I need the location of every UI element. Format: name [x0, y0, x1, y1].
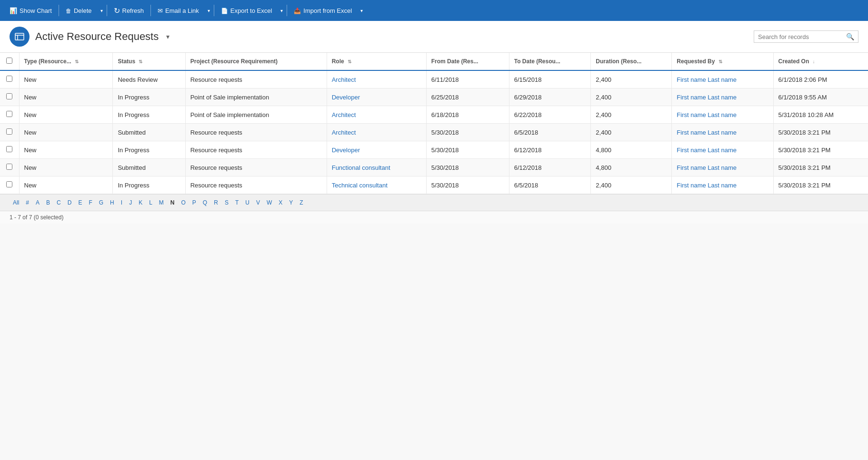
role-link[interactable]: Architect — [332, 111, 356, 118]
page-letter-w[interactable]: W — [263, 197, 275, 208]
page-letter-g[interactable]: G — [96, 197, 107, 208]
requested-by-link[interactable]: First name Last name — [677, 111, 737, 118]
table-body: New Needs Review Resource requests Archi… — [0, 70, 868, 194]
page-letter-#[interactable]: # — [22, 197, 32, 208]
title-chevron[interactable]: ▾ — [164, 31, 171, 42]
row-checkbox-cell — [0, 124, 19, 141]
email-link-label: Email a Link — [165, 7, 199, 14]
row-created-on: 6/1/2018 9:55 AM — [773, 88, 868, 106]
chevron-down-icon-2 — [208, 8, 210, 13]
refresh-button[interactable]: Refresh — [108, 0, 150, 21]
row-checkbox[interactable] — [6, 76, 12, 82]
page-letter-m[interactable]: M — [156, 197, 167, 208]
delete-chevron[interactable] — [98, 0, 106, 21]
row-project: Resource requests — [185, 70, 327, 88]
row-type: New — [19, 106, 113, 124]
page-letter-x[interactable]: X — [275, 197, 286, 208]
page-letter-p[interactable]: P — [189, 197, 200, 208]
col-header-to-date[interactable]: To Date (Resou... — [509, 53, 591, 70]
page-letter-z[interactable]: Z — [296, 197, 306, 208]
page-letter-e[interactable]: E — [75, 197, 85, 208]
svg-rect-0 — [15, 33, 24, 40]
page-letter-l[interactable]: L — [146, 197, 156, 208]
row-role[interactable]: Architect — [327, 70, 426, 88]
col-header-from-date[interactable]: From Date (Res... — [426, 53, 509, 70]
row-duration: 2,400 — [591, 70, 672, 88]
requested-by-link[interactable]: First name Last name — [677, 164, 737, 171]
export-icon — [221, 7, 228, 14]
page-letter-h[interactable]: H — [107, 197, 118, 208]
export-excel-button[interactable]: Export to Excel — [215, 0, 278, 21]
role-link[interactable]: Developer — [332, 94, 360, 101]
row-requested-by[interactable]: First name Last name — [672, 70, 773, 88]
page-letter-b[interactable]: B — [43, 197, 53, 208]
row-checkbox[interactable] — [6, 164, 12, 170]
page-letter-all[interactable]: All — [10, 197, 22, 208]
col-header-requested-by[interactable]: Requested By ⇅ — [672, 53, 773, 70]
row-role[interactable]: Architect — [327, 106, 426, 124]
page-letter-u[interactable]: U — [242, 197, 253, 208]
requested-by-link[interactable]: First name Last name — [677, 182, 737, 189]
row-from-date: 5/30/2018 — [426, 124, 509, 141]
row-role[interactable]: Technical consultant — [327, 176, 426, 194]
export-chevron[interactable] — [278, 0, 286, 21]
page-letter-n[interactable]: N — [167, 197, 178, 208]
requested-by-link[interactable]: First name Last name — [677, 129, 737, 136]
search-input[interactable] — [758, 33, 846, 40]
requested-by-link[interactable]: First name Last name — [677, 94, 737, 101]
row-status: In Progress — [113, 176, 185, 194]
row-checkbox[interactable] — [6, 111, 12, 117]
row-checkbox[interactable] — [6, 128, 12, 135]
row-requested-by[interactable]: First name Last name — [672, 141, 773, 159]
requested-by-link[interactable]: First name Last name — [677, 147, 737, 154]
row-requested-by[interactable]: First name Last name — [672, 176, 773, 194]
row-requested-by[interactable]: First name Last name — [672, 124, 773, 141]
row-role[interactable]: Architect — [327, 124, 426, 141]
page-letter-q[interactable]: Q — [200, 197, 210, 208]
delete-button[interactable]: Delete — [60, 0, 98, 21]
col-header-type[interactable]: Type (Resource... ⇅ — [19, 53, 113, 70]
show-chart-button[interactable]: Show Chart — [4, 0, 58, 21]
select-all-checkbox[interactable] — [6, 58, 12, 64]
page-letter-i[interactable]: I — [118, 197, 126, 208]
row-checkbox[interactable] — [6, 93, 12, 99]
role-link[interactable]: Developer — [332, 147, 360, 154]
page-letter-t[interactable]: T — [232, 197, 242, 208]
table-row: New In Progress Point of Sale implementa… — [0, 88, 868, 106]
role-link[interactable]: Functional consultant — [332, 164, 390, 171]
page-letter-k[interactable]: K — [135, 197, 146, 208]
row-requested-by[interactable]: First name Last name — [672, 88, 773, 106]
col-requested-by-label: Requested By — [677, 58, 715, 65]
row-role[interactable]: Developer — [327, 141, 426, 159]
page-letter-o[interactable]: O — [178, 197, 189, 208]
row-role[interactable]: Functional consultant — [327, 159, 426, 176]
row-requested-by[interactable]: First name Last name — [672, 159, 773, 176]
col-header-created-on[interactable]: Created On ↓ — [773, 53, 868, 70]
row-checkbox[interactable] — [6, 146, 12, 152]
page-letter-f[interactable]: F — [85, 197, 95, 208]
page-letter-r[interactable]: R — [210, 197, 221, 208]
import-chevron[interactable] — [358, 0, 366, 21]
page-letter-a[interactable]: A — [32, 197, 43, 208]
col-header-duration[interactable]: Duration (Reso... — [591, 53, 672, 70]
page-letter-y[interactable]: Y — [286, 197, 296, 208]
page-letter-c[interactable]: C — [53, 197, 64, 208]
row-role[interactable]: Developer — [327, 88, 426, 106]
email-link-button[interactable]: Email a Link — [152, 0, 205, 21]
page-letter-d[interactable]: D — [64, 197, 75, 208]
requested-by-link[interactable]: First name Last name — [677, 76, 737, 83]
role-link[interactable]: Architect — [332, 129, 356, 136]
page-letter-j[interactable]: J — [126, 197, 135, 208]
col-header-project[interactable]: Project (Resource Requirement) — [185, 53, 327, 70]
row-checkbox[interactable] — [6, 181, 12, 187]
col-header-status[interactable]: Status ⇅ — [113, 53, 185, 70]
page-letter-v[interactable]: V — [253, 197, 263, 208]
col-header-role[interactable]: Role ⇅ — [327, 53, 426, 70]
row-requested-by[interactable]: First name Last name — [672, 106, 773, 124]
page-letter-s[interactable]: S — [221, 197, 232, 208]
role-link[interactable]: Architect — [332, 76, 356, 83]
toolbar-group-export: Export to Excel — [215, 0, 286, 21]
role-link[interactable]: Technical consultant — [332, 182, 388, 189]
import-excel-button[interactable]: Import from Excel — [288, 0, 358, 21]
email-chevron[interactable] — [205, 0, 213, 21]
